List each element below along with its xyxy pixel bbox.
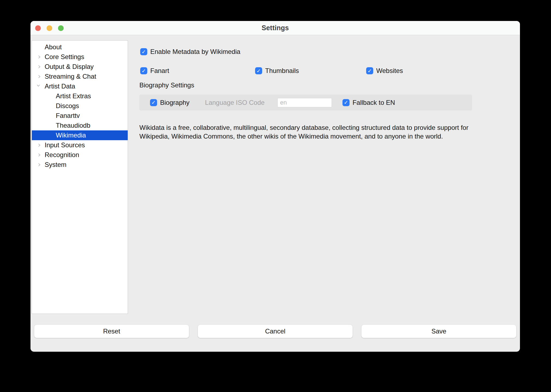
sidebar-item-label: Fanarttv: [56, 112, 80, 120]
sidebar-item-wikimedia[interactable]: Wikimedia: [32, 130, 128, 140]
sidebar-item-core-settings[interactable]: ›Core Settings: [32, 52, 128, 62]
biography-settings-panel: Biography Language ISO Code Fallback to …: [139, 94, 472, 111]
fanart-checkbox[interactable]: [140, 67, 147, 74]
sidebar-item-label: Discogs: [56, 102, 79, 110]
sidebar-item-about[interactable]: About: [32, 42, 128, 52]
reset-button[interactable]: Reset: [34, 324, 189, 338]
window-title: Settings: [262, 24, 289, 32]
biography-label: Biography: [160, 99, 189, 106]
websites-checkbox[interactable]: [366, 67, 373, 74]
language-iso-code-label: Language ISO Code: [205, 99, 265, 106]
sidebar-item-fanarttv[interactable]: Fanarttv: [32, 111, 128, 121]
sidebar-item-discogs[interactable]: Discogs: [32, 101, 128, 111]
chevron-right-icon[interactable]: ›: [38, 53, 41, 60]
sidebar-item-label: About: [45, 43, 62, 51]
sidebar-item-label: Theaudiodb: [56, 122, 90, 129]
websites-label: Websites: [376, 67, 403, 75]
settings-window: Settings About›Core Settings›Output & Di…: [30, 21, 520, 352]
sidebar-item-label: Artist Data: [45, 82, 75, 90]
sidebar-item-label: Core Settings: [45, 53, 84, 61]
sidebar-item-recognition[interactable]: ›Recognition: [32, 150, 128, 160]
footer-button-bar: Reset Cancel Save: [30, 324, 520, 338]
sidebar-item-artist-extras[interactable]: Artist Extras: [32, 91, 128, 101]
biography-checkbox[interactable]: [150, 99, 157, 106]
sidebar-item-label: Wikimedia: [56, 131, 86, 139]
zoom-button[interactable]: [58, 25, 64, 31]
sidebar-item-input-sources[interactable]: ›Input Sources: [32, 140, 128, 150]
option-fanart: Fanart: [140, 67, 169, 75]
sidebar-item-label: System: [45, 161, 66, 169]
thumbnails-label: Thumbnails: [265, 67, 299, 75]
settings-nav-sidebar: About›Core Settings›Output & Display›Str…: [32, 40, 128, 314]
close-button[interactable]: [35, 25, 41, 31]
option-websites: Websites: [366, 67, 403, 75]
enable-metadata-label: Enable Metadata by Wikimedia: [150, 48, 240, 56]
chevron-down-icon[interactable]: ›: [35, 84, 42, 87]
sidebar-item-theaudiodb[interactable]: Theaudiodb: [32, 121, 128, 130]
option-thumbnails: Thumbnails: [255, 67, 299, 75]
sidebar-item-label: Recognition: [45, 151, 79, 159]
minimize-button[interactable]: [47, 25, 52, 31]
thumbnails-checkbox[interactable]: [255, 67, 262, 74]
title-bar: Settings: [30, 21, 520, 35]
metadata-options-row: FanartThumbnailsWebsites: [30, 67, 520, 75]
chevron-right-icon[interactable]: ›: [38, 161, 41, 168]
sidebar-item-artist-data[interactable]: ›Artist Data: [32, 81, 128, 91]
save-button[interactable]: Save: [361, 324, 516, 338]
chevron-right-icon[interactable]: ›: [38, 141, 41, 148]
enable-metadata-row[interactable]: Enable Metadata by Wikimedia: [140, 48, 240, 56]
wikidata-description: Wikidata is a free, collaborative, multi…: [139, 123, 479, 141]
biography-settings-heading: Biography Settings: [139, 81, 194, 89]
sidebar-item-label: Artist Extras: [56, 92, 91, 100]
language-iso-code-input[interactable]: [277, 98, 332, 107]
fallback-to-en-checkbox[interactable]: [342, 99, 350, 106]
traffic-lights: [30, 21, 64, 35]
chevron-right-icon[interactable]: ›: [38, 151, 41, 158]
fallback-to-en-label: Fallback to EN: [353, 99, 395, 106]
cancel-button[interactable]: Cancel: [198, 324, 353, 338]
fanart-label: Fanart: [150, 67, 169, 75]
enable-metadata-checkbox[interactable]: [140, 48, 147, 55]
sidebar-item-system[interactable]: ›System: [32, 160, 128, 170]
sidebar-item-label: Input Sources: [45, 141, 85, 149]
